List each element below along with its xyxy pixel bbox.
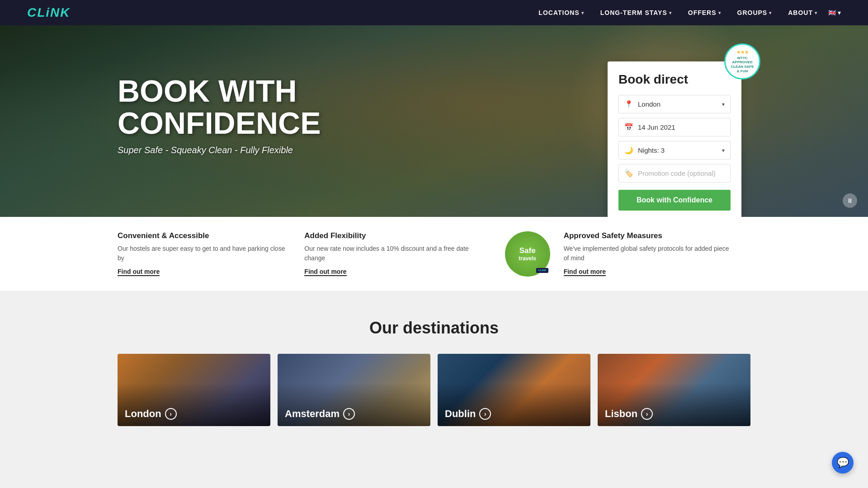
hero-subtitle: Super Safe - Squeaky Clean - Fully Flexi… [118,145,321,155]
chevron-down-icon: ▾ [815,10,817,15]
nav-item-offers[interactable]: OFFERS ▾ [688,9,721,16]
chevron-down-icon: ▾ [581,10,584,15]
lisbon-label: Lisbon › [605,408,653,420]
london-label: London › [125,408,177,420]
amsterdam-label: Amsterdam › [285,408,355,420]
hero-text-block: BOOK WITH CONFIDENCE Super Safe - Squeak… [118,75,321,155]
nights-value: Nights: 3 [638,146,722,154]
calendar-icon: 📅 [624,123,633,131]
book-card-title: Book direct [618,72,731,87]
hero-section: BOOK WITH CONFIDENCE Super Safe - Squeak… [0,25,868,217]
feature-safety-desc: We've implemented global safety protocol… [564,244,732,263]
chevron-down-icon: ▾ [669,10,672,15]
seal-line3: CLEAN SAFE [731,65,754,69]
safe-badge-sub: travels [519,255,536,262]
feature-flexibility-desc: Our new rate now includes a 10% discount… [304,244,473,263]
chat-button[interactable]: 💬 [832,452,854,474]
chevron-down-icon: ▾ [838,9,841,16]
feature-safety-title: Approved Safety Measures [564,231,732,240]
safe-badge-label: Safe [519,246,536,255]
chevron-down-icon: ▾ [722,101,725,108]
feature-safety-link[interactable]: Find out more [564,268,606,276]
nav-menu: LOCATIONS ▾ LONG-TERM STAYS ▾ OFFERS ▾ G… [538,9,817,16]
feature-safety: Approved Safety Measures We've implement… [564,231,750,276]
chevron-down-icon: ▾ [722,147,725,154]
safe-travels-badge-container: Safe travels CLiNK [491,231,564,277]
pause-button[interactable]: ⏸ [843,193,857,208]
feature-flexibility-title: Added Flexibility [304,231,473,240]
destination-dublin[interactable]: Dublin › [438,354,590,426]
nav-link-about[interactable]: ABOUT ▾ [788,9,817,16]
date-selector[interactable]: 📅 14 Jun 2021 [618,118,731,136]
site-logo[interactable]: CLiNK [27,5,71,20]
feature-flexibility-link[interactable]: Find out more [304,268,346,276]
chevron-down-icon: ▾ [718,10,721,15]
destinations-section: Our destinations London › Amsterdam › Du… [0,291,868,453]
amsterdam-arrow-icon: › [343,408,355,420]
chevron-down-icon: ▾ [769,10,772,15]
safe-travels-badge: Safe travels CLiNK [505,231,550,277]
dublin-arrow-icon: › [479,408,491,420]
location-icon: 📍 [624,100,633,108]
seal-line4: & FUN [737,69,748,74]
nav-item-groups[interactable]: GROUPS ▾ [737,9,772,16]
seal-line2: APPROVED [732,60,753,65]
book-with-confidence-button[interactable]: Book with Confidence [618,190,731,211]
promo-icon: 🏷️ [624,169,633,178]
destinations-grid: London › Amsterdam › Dublin › Lisbo [118,354,750,426]
moon-icon: 🌙 [624,146,633,155]
destination-london[interactable]: London › [118,354,270,426]
destination-lisbon[interactable]: Lisbon › [598,354,750,426]
seal-stars: ★★★ [736,50,749,55]
feature-accessible-desc: Our hostels are super easy to get to and… [118,244,286,263]
navbar: CLiNK LOCATIONS ▾ LONG-TERM STAYS ▾ OFFE… [0,0,868,25]
pause-icon: ⏸ [847,197,853,204]
feature-accessible-link[interactable]: Find out more [118,268,160,276]
nights-selector[interactable]: 🌙 Nights: 3 ▾ [618,141,731,160]
promo-code-field[interactable]: 🏷️ Promotion code (optional) [618,164,731,183]
dublin-label: Dublin › [445,408,491,420]
location-value: London [638,100,722,108]
nav-item-about[interactable]: ABOUT ▾ [788,9,817,16]
seal-line1: WTTC [737,56,747,61]
location-selector[interactable]: 📍 London ▾ [618,95,731,113]
promo-placeholder-text: Promotion code (optional) [638,169,725,177]
date-value: 14 Jun 2021 [638,123,725,131]
nav-link-offers[interactable]: OFFERS ▾ [688,9,721,16]
destination-amsterdam[interactable]: Amsterdam › [278,354,430,426]
hero-title: BOOK WITH CONFIDENCE [118,75,321,140]
chat-icon: 💬 [837,457,849,469]
london-arrow-icon: › [165,408,177,420]
feature-flexibility: Added Flexibility Our new rate now inclu… [304,231,491,276]
nav-link-locations[interactable]: LOCATIONS ▾ [538,9,584,16]
features-section: Convenient & Accessible Our hostels are … [0,217,868,291]
feature-accessible: Convenient & Accessible Our hostels are … [118,231,304,276]
language-selector[interactable]: 🇬🇧 ▾ [828,9,841,16]
nav-item-locations[interactable]: LOCATIONS ▾ [538,9,584,16]
feature-accessible-title: Convenient & Accessible [118,231,286,240]
lisbon-arrow-icon: › [641,408,653,420]
nav-link-longterm[interactable]: LONG-TERM STAYS ▾ [600,9,672,16]
destinations-heading: Our destinations [118,319,750,338]
safe-badge-logo: CLiNK [536,268,548,273]
book-direct-card: Book direct 📍 London ▾ 📅 14 Jun 2021 🌙 N… [608,61,741,217]
nav-item-longterm[interactable]: LONG-TERM STAYS ▾ [600,9,672,16]
wttc-seal: ★★★ WTTC APPROVED CLEAN SAFE & FUN [724,43,760,80]
nav-link-groups[interactable]: GROUPS ▾ [737,9,772,16]
